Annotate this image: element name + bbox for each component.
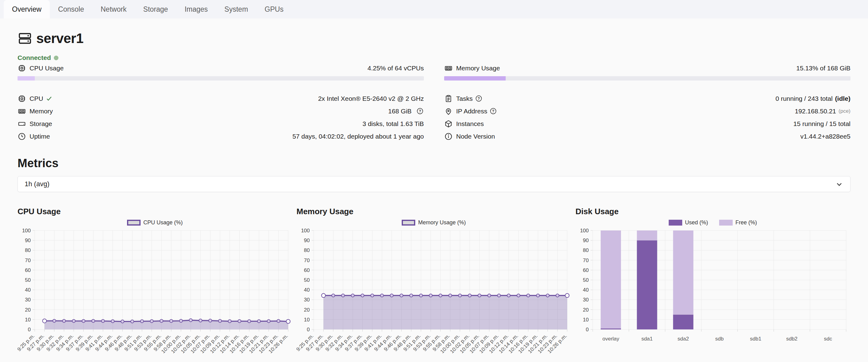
status-label: Connected <box>18 54 51 62</box>
svg-text:100: 100 <box>580 228 589 234</box>
svg-text:80: 80 <box>25 248 31 253</box>
detail-value: 3 disks, total 1.63 TiB <box>362 120 424 128</box>
detail-label: IP Address <box>456 107 487 115</box>
detail-value: 0 running / 243 total <box>775 95 833 102</box>
metrics-charts: CPU Usage CPU Usage (%) 0102030405060708… <box>18 207 850 357</box>
tab-system[interactable]: System <box>216 0 256 19</box>
detail-label: Uptime <box>30 133 50 140</box>
svg-text:50: 50 <box>583 277 589 283</box>
chart-legend: CPU Usage (%) <box>18 217 292 228</box>
svg-text:50: 50 <box>304 277 310 283</box>
tab-label: Images <box>185 5 208 13</box>
cpu-usage-label: CPU Usage <box>30 65 64 72</box>
info-icon <box>444 132 453 141</box>
chart-legend: Used (%)Free (%) <box>576 217 850 228</box>
tab-label: Overview <box>12 5 41 13</box>
server-name: server1 <box>36 31 83 46</box>
svg-text:40: 40 <box>304 287 310 293</box>
detail-value: 2x Intel Xeon® E5-2640 v2 @ 2 GHz <box>318 95 424 102</box>
svg-text:0: 0 <box>586 327 589 332</box>
cpu-usage-chart: CPU Usage CPU Usage (%) 0102030405060708… <box>18 207 292 357</box>
help-icon[interactable]: ? <box>489 107 497 115</box>
legend-item[interactable]: Free (%) <box>719 220 757 226</box>
tab-storage[interactable]: Storage <box>135 0 177 19</box>
svg-text:0: 0 <box>28 327 31 332</box>
clock-icon <box>18 132 26 141</box>
storage-disk-icon <box>18 120 26 128</box>
svg-text:70: 70 <box>583 258 589 263</box>
memory-usage-label: Memory Usage <box>456 65 500 72</box>
detail-value: 168 GiB <box>388 107 411 115</box>
svg-text:40: 40 <box>583 287 589 293</box>
svg-text:80: 80 <box>583 248 589 253</box>
cpu-usage-meter: CPU Usage 4.25% of 64 vCPUs <box>18 64 424 80</box>
tab-console[interactable]: Console <box>50 0 92 19</box>
cpu-usage-plot: 01020304050607080901009:25 p.m.9:27 p.m.… <box>18 228 292 357</box>
cpu-usage-value: 4.25% of 64 vCPUs <box>368 65 424 72</box>
svg-text:sdc: sdc <box>824 336 832 342</box>
memory-icon <box>18 107 26 116</box>
memory-icon <box>444 64 453 72</box>
svg-text:100: 100 <box>22 228 31 234</box>
chart-legend: Memory Usage (%) <box>297 217 571 228</box>
time-range-select[interactable]: 1h (avg) <box>18 176 850 192</box>
svg-text:70: 70 <box>25 258 31 263</box>
detail-value-bold: (idle) <box>835 95 850 102</box>
package-cube-icon <box>444 120 453 128</box>
detail-label: Tasks <box>456 95 473 102</box>
status-dot-icon <box>54 56 58 60</box>
memory-usage-progress-fill <box>444 76 506 80</box>
legend-swatch-icon <box>127 220 141 226</box>
map-pin-icon <box>444 107 453 116</box>
svg-text:sdb1: sdb1 <box>750 336 761 342</box>
detail-row-tasks: Tasks ? 0 running / 243 total (idle) <box>444 92 850 105</box>
help-icon[interactable]: ? <box>475 95 483 102</box>
legend-item[interactable]: CPU Usage (%) <box>127 220 183 226</box>
legend-item[interactable]: Used (%) <box>669 220 708 226</box>
disk-usage-chart: Disk Usage Used (%)Free (%) 010203040506… <box>576 207 850 357</box>
memory-usage-value: 15.13% of 168 GiB <box>796 65 850 72</box>
detail-row-cpu: CPU 2x Intel Xeon® E5-2640 v2 @ 2 GHz <box>18 92 424 105</box>
detail-label: CPU <box>30 95 43 102</box>
detail-value-suffix: (pce) <box>838 108 850 114</box>
svg-text:70: 70 <box>304 258 310 263</box>
cpu-usage-progressbar <box>18 76 424 80</box>
server-details: CPU 2x Intel Xeon® E5-2640 v2 @ 2 GHz Me… <box>18 92 850 142</box>
svg-text:sda1: sda1 <box>641 336 653 342</box>
legend-swatch-icon <box>402 220 415 226</box>
memory-usage-meter: Memory Usage 15.13% of 168 GiB <box>444 64 850 80</box>
svg-text:80: 80 <box>304 248 310 253</box>
svg-text:?: ? <box>419 109 421 113</box>
svg-text:90: 90 <box>25 237 31 243</box>
legend-label: Memory Usage (%) <box>418 220 466 226</box>
tab-gpus[interactable]: GPUs <box>256 0 291 19</box>
tab-network[interactable]: Network <box>92 0 135 19</box>
svg-text:100: 100 <box>301 228 310 234</box>
svg-text:overlay: overlay <box>602 336 619 342</box>
svg-text:10: 10 <box>583 317 589 323</box>
svg-text:?: ? <box>478 97 480 101</box>
memory-usage-plot: 01020304050607080901009:25 p.m.9:27 p.m.… <box>297 228 571 357</box>
chart-title: Memory Usage <box>297 207 571 216</box>
legend-label: Used (%) <box>685 220 708 226</box>
page-title: server1 <box>18 31 850 46</box>
svg-text:20: 20 <box>25 307 31 313</box>
tab-images[interactable]: Images <box>176 0 216 19</box>
svg-text:10: 10 <box>25 317 31 323</box>
svg-text:?: ? <box>492 109 494 113</box>
detail-row-node-version: Node Version v1.44.2+a828ee5 <box>444 130 850 142</box>
metrics-heading: Metrics <box>18 157 850 170</box>
tab-overview[interactable]: Overview <box>4 0 50 19</box>
svg-text:30: 30 <box>583 297 589 303</box>
detail-row-memory: Memory 168 GiB ? <box>18 105 424 118</box>
tab-label: Storage <box>143 5 168 13</box>
legend-item[interactable]: Memory Usage (%) <box>402 220 466 226</box>
detail-row-ip-address: IP Address ? 192.168.50.21 (pce) <box>444 105 850 118</box>
chart-title: CPU Usage <box>18 207 292 216</box>
tab-bar: Overview Console Network Storage Images … <box>0 0 868 19</box>
svg-text:sda2: sda2 <box>678 336 689 342</box>
svg-text:10: 10 <box>304 317 310 323</box>
chevron-down-icon <box>835 180 843 188</box>
help-icon[interactable]: ? <box>416 107 424 115</box>
detail-label: Instances <box>456 120 484 128</box>
